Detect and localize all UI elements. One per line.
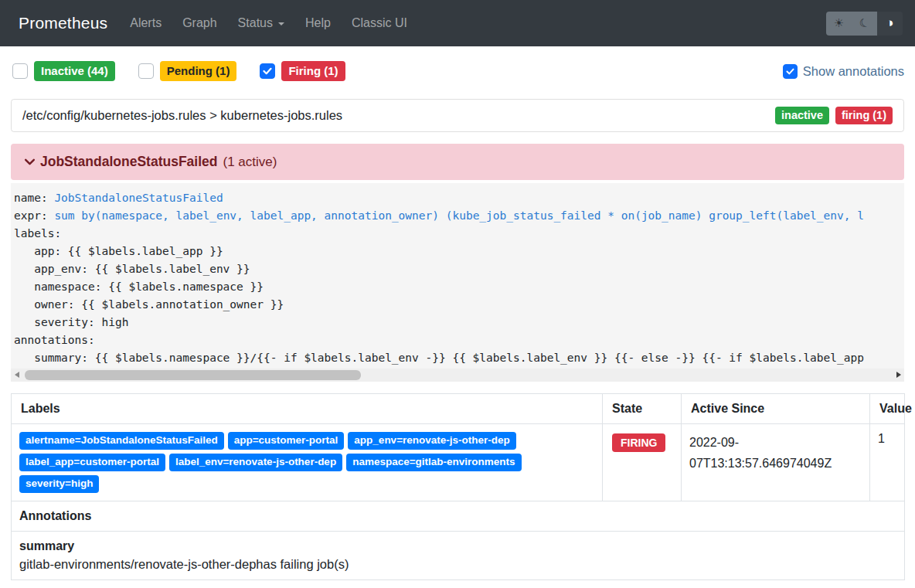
code-line: namespace: {{ $labels.namespace }} — [14, 278, 901, 296]
label-badge-severity: severity=high — [19, 475, 99, 493]
code-line: name: JobStandaloneStatusFailed — [14, 189, 901, 207]
annotation-value: gitlab-environments/renovate-js-other-de… — [19, 557, 896, 572]
scroll-left-arrow-icon[interactable] — [15, 372, 19, 378]
horizontal-scrollbar[interactable] — [11, 369, 904, 382]
dark-theme-button[interactable]: ☾ — [852, 12, 877, 36]
auto-theme-button[interactable]: ◑ — [877, 12, 903, 36]
show-annotations-label[interactable]: Show annotations — [803, 64, 904, 79]
annotation-row: summary gitlab-environments/renovate-js-… — [12, 531, 905, 580]
label-badge-namespace: namespace=gitlab-environments — [346, 454, 521, 471]
code-line: app: {{ $labels.label_app }} — [14, 243, 901, 260]
scroll-right-arrow-icon[interactable] — [896, 372, 901, 378]
label-badge-label-env: label_env=renovate-js-other-dep — [169, 454, 342, 471]
table-header-row: Labels State Active Since Value — [12, 394, 905, 424]
code-line: expr: sum by(namespace, label_env, label… — [14, 207, 901, 225]
column-header-active-since: Active Since — [682, 394, 870, 424]
active-since-value: 2022-09-07T13:13:57.646974049Z — [682, 424, 870, 501]
inactive-checkbox[interactable] — [12, 63, 28, 79]
rule-group-card: /etc/config/kubernetes-jobs.rules > kube… — [11, 99, 904, 132]
alert-rule-header[interactable]: JobStandaloneStatusFailed (1 active) — [11, 144, 904, 180]
show-annotations-checkbox[interactable] — [783, 64, 798, 79]
nav-link-classic-ui[interactable]: Classic UI — [352, 16, 407, 30]
label-badge-list: alertname=JobStandaloneStatusFailed app=… — [19, 432, 594, 493]
annotations-title: Annotations — [12, 501, 905, 531]
theme-toggle-group: ☀ ☾ ◑ — [826, 12, 903, 36]
alert-rule-name: JobStandaloneStatusFailed — [40, 154, 217, 170]
annotations-header-row: Annotations — [12, 501, 905, 531]
rule-definition-code: name: JobStandaloneStatusFailedexpr: sum… — [11, 183, 904, 369]
code-line: labels: — [14, 225, 901, 243]
column-header-state: State — [603, 394, 682, 424]
label-badge-app-env: app_env=renovate-js-other-dep — [348, 432, 515, 450]
chevron-down-icon — [278, 22, 284, 25]
alert-active-count: (1 active) — [223, 155, 277, 170]
pending-count-badge[interactable]: Pending (1) — [160, 61, 237, 80]
inactive-count-badge[interactable]: Inactive (44) — [34, 61, 115, 80]
firing-count-badge[interactable]: Firing (1) — [281, 61, 345, 80]
navbar: Prometheus Alerts Graph Status Help Clas… — [0, 0, 915, 46]
label-badge-label-app: label_app=customer-portal — [19, 454, 165, 471]
group-firing-badge: firing (1) — [835, 107, 893, 124]
rule-group-badges: inactive firing (1) — [775, 107, 893, 124]
code-line: app_env: {{ $labels.label_env }} — [14, 260, 901, 278]
filter-firing: Firing (1) — [260, 61, 345, 80]
label-badge-app: app=customer-portal — [228, 432, 345, 450]
group-inactive-badge: inactive — [775, 107, 829, 124]
annotation-key: summary — [19, 539, 896, 553]
alert-value: 1 — [870, 424, 905, 501]
code-line: annotations: — [14, 331, 901, 349]
column-header-value: Value — [870, 394, 905, 424]
pending-checkbox[interactable] — [138, 63, 154, 79]
column-header-labels: Labels — [12, 394, 603, 424]
code-line: owner: {{ $labels.annotation_owner }} — [14, 296, 901, 314]
show-annotations-control: Show annotations — [783, 64, 904, 79]
code-line: severity: high — [14, 314, 901, 331]
sun-icon: ☀ — [834, 16, 844, 30]
rule-name-link[interactable]: JobStandaloneStatusFailed — [54, 192, 223, 204]
brand-prometheus[interactable]: Prometheus — [19, 14, 107, 32]
rule-expr-link[interactable]: sum by(namespace, label_env, label_app, … — [54, 209, 864, 222]
nav-link-status-dropdown[interactable]: Status — [238, 16, 284, 30]
alert-instance-row: alertname=JobStandaloneStatusFailed app=… — [12, 424, 905, 501]
filter-pending: Pending (1) — [138, 61, 237, 80]
chevron-down-icon — [23, 155, 36, 168]
label-badge-alertname: alertname=JobStandaloneStatusFailed — [19, 432, 224, 450]
nav-links: Alerts Graph Status Help Classic UI — [130, 16, 407, 30]
moon-icon: ☾ — [857, 15, 871, 31]
alert-details-table: Labels State Active Since Value alertnam… — [11, 393, 905, 580]
code-line: summary: {{ $labels.namespace }}/{{- if … — [14, 349, 901, 367]
alert-filter-bar: Inactive (44) Pending (1) Firing (1) Sho… — [12, 60, 904, 82]
filter-inactive: Inactive (44) — [12, 61, 115, 80]
scrollbar-thumb[interactable] — [25, 370, 361, 380]
nav-link-graph[interactable]: Graph — [182, 16, 216, 30]
firing-checkbox[interactable] — [260, 63, 275, 79]
nav-link-help[interactable]: Help — [305, 16, 331, 30]
nav-link-alerts[interactable]: Alerts — [130, 16, 162, 30]
contrast-icon: ◑ — [886, 15, 893, 31]
rule-file-path: /etc/config/kubernetes-jobs.rules > kube… — [22, 108, 342, 123]
light-theme-button[interactable]: ☀ — [826, 12, 852, 36]
firing-state-badge: FIRING — [612, 433, 665, 452]
